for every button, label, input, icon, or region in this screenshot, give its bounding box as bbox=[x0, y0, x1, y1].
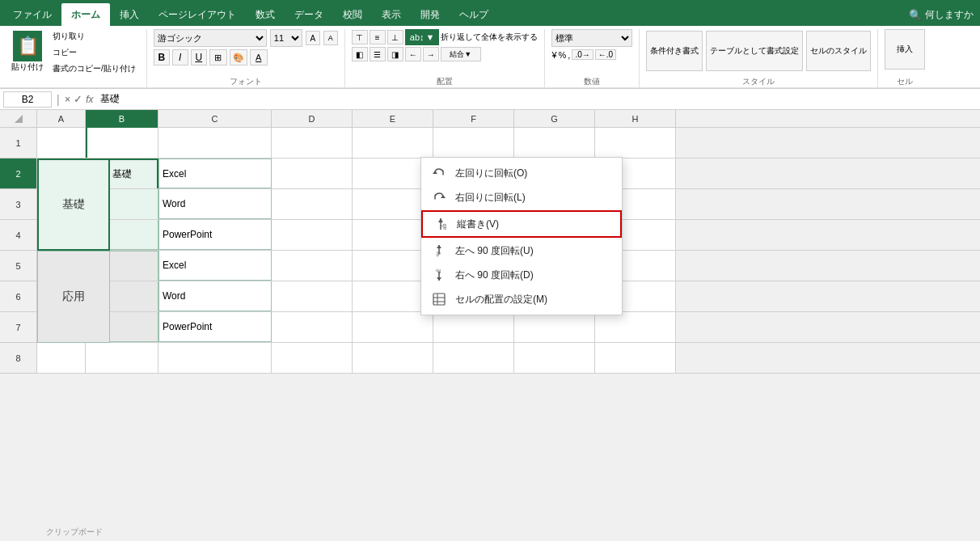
align-bottom-button[interactable]: ⊥ bbox=[387, 30, 403, 44]
align-right-button[interactable]: ◨ bbox=[387, 47, 403, 61]
font-family-select[interactable]: 游ゴシック bbox=[154, 29, 267, 47]
cut-button[interactable]: 切り取り bbox=[49, 29, 140, 44]
cell-d7[interactable] bbox=[272, 312, 353, 342]
tab-review[interactable]: 校閲 bbox=[333, 3, 372, 26]
cell-reference[interactable]: B2 bbox=[3, 91, 52, 108]
fill-color-button[interactable]: 🎨 bbox=[230, 49, 247, 66]
col-header-d[interactable]: D bbox=[272, 110, 353, 128]
row-header-3[interactable]: 3 bbox=[0, 189, 37, 220]
tab-home[interactable]: ホーム bbox=[61, 3, 110, 26]
cell-d8[interactable] bbox=[272, 343, 353, 373]
col-header-h[interactable]: H bbox=[595, 110, 676, 128]
col-header-a[interactable]: A bbox=[37, 110, 86, 128]
cell-a2[interactable] bbox=[37, 158, 86, 188]
border-button[interactable]: ⊞ bbox=[209, 49, 227, 66]
tab-formula[interactable]: 数式 bbox=[246, 3, 285, 26]
table-format-button[interactable]: テーブルとして書式設定 bbox=[706, 31, 803, 71]
cell-c2[interactable]: Excel bbox=[158, 158, 272, 188]
decrease-font-button[interactable]: A bbox=[323, 31, 338, 45]
cell-f1[interactable] bbox=[433, 128, 514, 158]
cell-a3[interactable] bbox=[37, 189, 86, 219]
align-middle-button[interactable]: ≡ bbox=[370, 30, 386, 44]
merge-button[interactable]: 結合▼ bbox=[441, 47, 481, 61]
tab-dev[interactable]: 開発 bbox=[411, 3, 450, 26]
search-label[interactable]: 何しますか bbox=[925, 8, 974, 22]
conditional-format-button[interactable]: 条件付き書式 bbox=[646, 31, 703, 71]
menu-cell-alignment[interactable]: セルの配置の設定(M) bbox=[421, 287, 622, 311]
tab-file[interactable]: ファイル bbox=[3, 3, 61, 26]
cell-a1[interactable] bbox=[37, 128, 86, 158]
font-size-select[interactable]: 11 bbox=[270, 29, 302, 47]
paste-button[interactable]: 📋 貼り付け bbox=[10, 29, 45, 74]
cell-h8[interactable] bbox=[595, 343, 676, 373]
menu-rotate-down-90[interactable]: ab 右へ 90 度回転(D) bbox=[421, 263, 622, 287]
cell-b6[interactable] bbox=[86, 281, 158, 311]
col-header-f[interactable]: F bbox=[433, 110, 514, 128]
row-header-2[interactable]: 2 bbox=[0, 158, 37, 189]
font-color-button[interactable]: A bbox=[250, 49, 268, 66]
cell-c8[interactable] bbox=[158, 343, 272, 373]
cell-e7[interactable] bbox=[353, 312, 433, 342]
cell-d2[interactable] bbox=[272, 158, 353, 188]
cell-a5[interactable] bbox=[37, 251, 86, 281]
increase-font-button[interactable]: A bbox=[306, 31, 320, 45]
confirm-formula-button[interactable]: ✓ bbox=[74, 93, 82, 105]
cell-d3[interactable] bbox=[272, 189, 353, 219]
cell-a8[interactable] bbox=[37, 343, 86, 373]
number-format-select[interactable]: 標準 bbox=[551, 29, 632, 47]
insert-function-button[interactable]: fx bbox=[86, 94, 93, 105]
align-left-button[interactable]: ◧ bbox=[352, 47, 368, 61]
cell-h1[interactable] bbox=[595, 128, 676, 158]
insert-button[interactable]: 挿入 bbox=[885, 29, 925, 70]
cell-d1[interactable] bbox=[272, 128, 353, 158]
select-all-button[interactable] bbox=[0, 110, 37, 127]
copy-button[interactable]: コピー bbox=[49, 45, 140, 60]
row-header-8[interactable]: 8 bbox=[0, 343, 37, 374]
row-header-6[interactable]: 6 bbox=[0, 281, 37, 312]
cell-g7[interactable] bbox=[514, 312, 595, 342]
tab-insert[interactable]: 挿入 bbox=[110, 3, 149, 26]
cell-g1[interactable] bbox=[514, 128, 595, 158]
cell-h7[interactable] bbox=[595, 312, 676, 342]
align-top-button[interactable]: ⊤ bbox=[352, 30, 368, 44]
cell-f8[interactable] bbox=[433, 343, 514, 373]
cell-b3[interactable] bbox=[86, 189, 158, 219]
decrease-indent-button[interactable]: ← bbox=[405, 47, 421, 61]
increase-indent-button[interactable]: → bbox=[423, 47, 439, 61]
cell-c6[interactable]: Word bbox=[158, 281, 272, 311]
cell-c4[interactable]: PowerPoint bbox=[158, 220, 272, 250]
formula-input[interactable] bbox=[97, 91, 977, 108]
cell-b5[interactable] bbox=[86, 251, 158, 281]
cell-c1[interactable] bbox=[158, 128, 272, 158]
row-header-1[interactable]: 1 bbox=[0, 128, 37, 158]
menu-rotate-up-90[interactable]: ab 左へ 90 度回転(U) bbox=[421, 239, 622, 263]
col-header-c[interactable]: C bbox=[158, 110, 272, 128]
cell-f7[interactable] bbox=[433, 312, 514, 342]
cell-d4[interactable] bbox=[272, 220, 353, 250]
col-header-e[interactable]: E bbox=[353, 110, 433, 128]
col-header-g[interactable]: G bbox=[514, 110, 595, 128]
cell-a4[interactable] bbox=[37, 220, 86, 250]
bold-button[interactable]: B bbox=[154, 49, 170, 66]
cell-b8[interactable] bbox=[86, 343, 158, 373]
tab-data[interactable]: データ bbox=[285, 3, 333, 26]
menu-vertical-text[interactable]: ab 縦書き(V) bbox=[421, 210, 622, 238]
cell-d6[interactable] bbox=[272, 281, 353, 311]
tab-help[interactable]: ヘルプ bbox=[450, 3, 498, 26]
cell-a7[interactable] bbox=[37, 312, 86, 342]
cell-b7[interactable] bbox=[86, 312, 158, 342]
orientation-button[interactable]: ab↕ ▼ bbox=[405, 29, 440, 45]
cell-b1[interactable] bbox=[86, 128, 158, 158]
tab-view[interactable]: 表示 bbox=[372, 3, 411, 26]
cell-e8[interactable] bbox=[353, 343, 433, 373]
align-center-button[interactable]: ☰ bbox=[370, 47, 386, 61]
cell-c5[interactable]: Excel bbox=[158, 251, 272, 281]
cell-a6[interactable] bbox=[37, 281, 86, 311]
format-painter-button[interactable]: 書式のコピー/貼り付け bbox=[49, 61, 140, 76]
italic-button[interactable]: I bbox=[172, 49, 188, 66]
cell-e1[interactable] bbox=[353, 128, 433, 158]
cell-d5[interactable] bbox=[272, 251, 353, 281]
cell-c7[interactable]: PowerPoint bbox=[158, 312, 272, 342]
menu-rotate-right[interactable]: 右回りに回転(L) bbox=[421, 185, 622, 209]
menu-rotate-left[interactable]: 左回りに回転(O) bbox=[421, 161, 622, 185]
